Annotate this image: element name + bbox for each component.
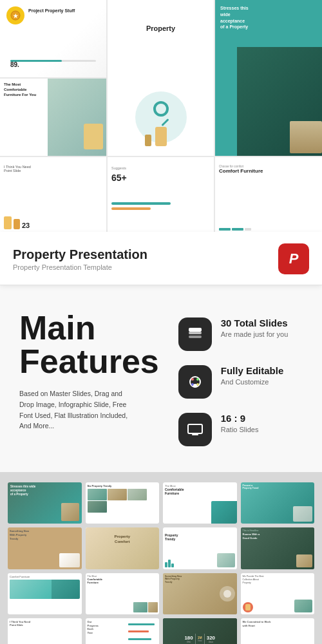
feature-ratio-sub: Ratio Slides [221,426,259,433]
feature-icon-monitor [178,413,212,446]
slide3-person [84,124,103,149]
bgt2-text: Six Property Trendy [88,484,158,488]
features-heading: Main Features [19,311,159,378]
svg-text:★: ★ [13,13,19,19]
bgt9-text: Comfort Furniture [10,575,80,578]
feature-item-slides: 30 Total Slides Are made just for you [178,317,303,351]
bgt12-text: We Provide The BestCollection AboutPrope… [243,575,313,585]
bgt6-text: PropertyComfort [88,535,158,544]
slide1-title: Project Property Stuff [28,8,75,14]
bottom-thumb-9[interactable]: Comfort Furniture [8,573,82,614]
bottom-thumb-15[interactable]: 180 Offer 1M Total 320 Value [163,618,237,644]
bgt3-text: The MostComfortableFurniture [165,484,235,495]
feature-slides-sub: Are made just for you [221,330,289,338]
presentation-subtitle: Property Presentation Template [13,263,147,271]
slide7-label: Suggests [111,161,210,170]
bgt15-label3: Value [207,641,215,643]
bottom-thumb-12[interactable]: We Provide The BestCollection AboutPrope… [241,573,315,614]
bgt1-text: Stresses this wideacceptanceof a Propert… [8,482,82,499]
bottom-thumb-1[interactable]: Stresses this wideacceptanceof a Propert… [8,482,82,524]
bottom-thumb-5[interactable]: Something NewWith PropertyTrendy [8,527,82,569]
bgt13-text: I Think You NeedPoint Slide [10,620,80,627]
slide-thumb-3[interactable]: The MostComfortableFurniture For You [0,79,106,156]
bgt4-text: Present aProperty Trend [243,484,313,489]
svg-point-7 [196,378,199,381]
slide-thumb-2[interactable]: Property [108,0,214,156]
bgt8-text: Rooms With aGood Guide [243,533,313,539]
bgt15-num1: 180 [184,635,193,641]
svg-rect-2 [189,336,202,338]
bgt5-text: Something NewWith PropertyTrendy [10,529,80,540]
bottom-thumb-3[interactable]: The MostComfortableFurniture [163,482,237,524]
svg-point-10 [193,384,197,388]
top-preview-grid: ★ Project Property Stuff 89. Property [0,0,322,232]
bgt15-num3: 320 [207,635,215,641]
slide5-title: Stresses thiswideacceptanceof a Property [220,5,319,30]
powerpoint-icon: P [278,243,309,274]
bottom-thumb-2[interactable]: Six Property Trendy [86,482,160,524]
features-description: Based on Master Slides, Drag and Drop Im… [19,388,135,431]
feature-item-ratio: 16 : 9 Ratio Slides [178,413,303,446]
slide5-img [237,47,322,156]
bgt15-label2: Total [198,639,202,642]
bottom-thumb-8[interactable]: This is Headline Rooms With aGood Guide [241,527,315,569]
bgt10-text: The MostComfortableFurniture [88,575,158,584]
bgt11-text: Something NewWith PropertyTrendy [165,575,235,584]
slide1-number: 89. [10,61,19,68]
bottom-thumb-10[interactable]: The MostComfortableFurniture [86,573,160,614]
slide6-label: I Think You NeedPoint Slide [4,161,102,173]
features-left-column: Main Features Based on Master Slides, Dr… [19,311,159,431]
bottom-thumb-6[interactable]: PropertyComfort [86,527,160,569]
slide8-title: Comfort Furniture [219,168,321,174]
feature-slides-title: 30 Total Slides [221,317,289,329]
bottom-thumb-16[interactable]: We Committed to Workwith Heart [241,618,315,644]
bgt15-label1: Offer [184,641,193,643]
title-banner: Property Presentation Property Presentat… [0,232,322,285]
slide-thumb-8[interactable]: Choose for comfort Comfort Furniture [215,157,322,232]
bottom-thumb-14[interactable]: OurProgressEachYear [86,618,160,644]
slide-thumb-7[interactable]: Suggests 65+ [108,157,214,232]
feature-ratio-title: 16 : 9 [221,413,259,424]
bottom-thumb-7[interactable]: PropertyTrendy [163,527,237,569]
slide7-number: 65+ [111,173,210,183]
features-section: Main Features Based on Master Slides, Dr… [0,285,322,472]
features-right-column: 30 Total Slides Are made just for you [178,311,303,446]
slide2-title: Property [113,24,209,32]
slide-thumb-5[interactable]: Stresses thiswideacceptanceof a Property [215,0,322,156]
badge-icon: ★ [6,6,24,24]
feature-editable-title: Fully Editable [221,365,284,377]
slide-thumb-6[interactable]: I Think You NeedPoint Slide 23 [0,157,106,232]
slide6-number: 23 [22,222,30,229]
feature-item-editable: Fully Editable And Customize [178,365,303,399]
bottom-thumb-13[interactable]: I Think You NeedPoint Slide 23 345 [8,618,82,644]
bgt8-num: This is Headline [243,529,313,532]
svg-rect-3 [189,332,202,334]
bgt16-text: We Committed to Workwith Heart [243,620,313,627]
svg-rect-4 [189,328,202,332]
presentation-title: Property Presentation [13,247,147,262]
bottom-thumb-4[interactable]: Present aProperty Trend [241,482,315,524]
bottom-grid: Stresses this wideacceptanceof a Propert… [0,472,322,644]
svg-point-6 [191,378,194,381]
feature-icon-palette [178,365,212,399]
svg-rect-11 [188,424,202,433]
slide-thumb-1[interactable]: ★ Project Property Stuff 89. [0,0,106,77]
bottom-thumb-11[interactable]: Something NewWith PropertyTrendy [163,573,237,614]
feature-editable-sub: And Customize [221,378,284,386]
bgt7-text: PropertyTrendy [165,533,235,541]
feature-icon-layers [178,317,212,351]
